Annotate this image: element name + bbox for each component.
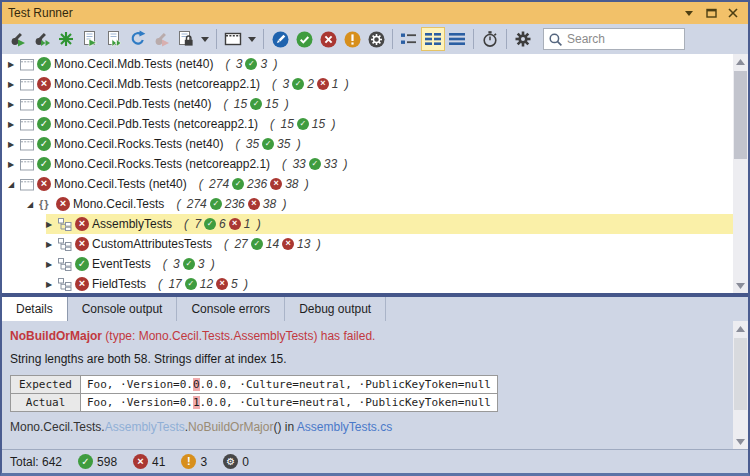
expected-label: Expected <box>11 376 81 394</box>
test-counts: ( 17✓12×5 ) <box>158 277 248 291</box>
search-input[interactable]: Search <box>543 28 685 50</box>
test-tree-row[interactable]: ▶ ✓ Mono.Cecil.Pdb.Tests (netcoreapp2.1)… <box>2 114 733 134</box>
test-tree-row[interactable]: ◢ × Mono.Cecil.Tests (net40) ( 274✓236×3… <box>2 174 733 194</box>
assembly-icon <box>20 78 36 91</box>
test-node-label: AssemblyTests <box>92 217 172 231</box>
run-with-options-icon[interactable] <box>174 27 198 51</box>
test-counts: ( 33✓33 ) <box>282 157 347 171</box>
test-tree-row[interactable]: ▶ ✓ EventTests ( 3✓3 ) <box>2 254 733 274</box>
test-node-label: EventTests <box>92 257 151 271</box>
test-tree-row[interactable]: ▶ × Mono.Cecil.Mdb.Tests (netcoreapp2.1)… <box>2 74 733 94</box>
test-tree-row[interactable]: ▶ ✓ Mono.Cecil.Pdb.Tests (net40) ( 15✓15… <box>2 94 733 114</box>
expander-icon[interactable]: ▶ <box>8 100 20 109</box>
expander-icon[interactable]: ◢ <box>27 200 39 209</box>
test-counts: ( 3✓3 ) <box>225 57 277 71</box>
passed-icon: ✓ <box>78 454 93 469</box>
window-layout-dropdown-icon[interactable] <box>245 27 259 51</box>
stack-trace-line: Mono.Cecil.Tests.AssemblyTests.NoBuildOr… <box>10 420 726 434</box>
repeat-run-icon[interactable] <box>30 27 54 51</box>
tab-details[interactable]: Details <box>2 297 68 321</box>
settings-gear-icon[interactable] <box>511 27 535 51</box>
expander-icon[interactable]: ◢ <box>8 180 20 189</box>
scroll-up-icon[interactable] <box>733 321 748 336</box>
test-tree-row[interactable]: ◢ { } × Mono.Cecil.Tests ( 274✓236×38 ) <box>2 194 733 214</box>
scrollbar-thumb[interactable] <box>734 71 747 159</box>
expected-row: Expected Foo, ·Version=0.0.0.0, ·Culture… <box>11 376 498 394</box>
expander-icon[interactable]: ▶ <box>8 140 20 149</box>
tab-console-errors[interactable]: Console errors <box>177 297 285 321</box>
test-node-label: Mono.Cecil.Pdb.Tests (net40) <box>54 97 211 111</box>
test-counts: ( 15✓15 ) <box>270 117 335 131</box>
expander-icon[interactable]: ▶ <box>46 280 58 289</box>
expander-icon[interactable]: ▶ <box>46 240 58 249</box>
scroll-down-icon[interactable] <box>733 278 748 293</box>
expander-icon[interactable]: ▶ <box>8 120 20 129</box>
show-passed-icon[interactable] <box>292 27 316 51</box>
maximize-icon[interactable] <box>702 5 720 21</box>
flat-list-icon[interactable] <box>445 27 469 51</box>
failed-icon: × <box>133 454 148 469</box>
assembly-icon <box>20 58 36 71</box>
close-icon[interactable] <box>724 5 742 21</box>
mini-passed-icon: ✓ <box>262 138 274 150</box>
expander-icon[interactable]: ▶ <box>8 60 20 69</box>
show-edited-icon[interactable] <box>268 27 292 51</box>
failed-summary: × 41 <box>133 454 165 469</box>
refresh-icon[interactable] <box>126 27 150 51</box>
group-by-fixture-icon[interactable] <box>397 27 421 51</box>
method-link[interactable]: NoBuildOrMajor <box>188 420 273 434</box>
repeat-document-tests-icon[interactable] <box>102 27 126 51</box>
show-warnings-icon[interactable] <box>340 27 364 51</box>
scrollbar-thumb[interactable] <box>734 338 747 410</box>
scroll-up-icon[interactable] <box>733 54 748 69</box>
assembly-icon <box>20 118 36 131</box>
window-title: Test Runner <box>8 6 73 20</box>
tree-scrollbar[interactable] <box>733 54 748 293</box>
run-new-tests-icon[interactable] <box>54 27 78 51</box>
total-count: Total: 642 <box>10 455 62 469</box>
expander-icon[interactable]: ▶ <box>8 160 20 169</box>
assembly-icon <box>20 98 36 111</box>
tab-console-output[interactable]: Console output <box>68 297 178 321</box>
expander-icon[interactable]: ▶ <box>46 260 58 269</box>
test-tree-row[interactable]: ▶ ✓ Mono.Cecil.Rocks.Tests (netcoreapp2.… <box>2 154 733 174</box>
run-options-dropdown-icon[interactable] <box>198 27 212 51</box>
window-layout-icon[interactable] <box>221 27 245 51</box>
scroll-down-icon[interactable] <box>733 434 748 449</box>
passed-icon: ✓ <box>75 257 89 271</box>
actual-label: Actual <box>11 394 81 412</box>
stopwatch-icon[interactable] <box>478 27 502 51</box>
show-failed-icon[interactable] <box>316 27 340 51</box>
passed-icon: ✓ <box>37 137 51 151</box>
run-tests-icon[interactable] <box>6 27 30 51</box>
test-counts: ( 7✓6×1 ) <box>184 217 261 231</box>
mini-passed-icon: ✓ <box>210 198 222 210</box>
mini-failed-icon: × <box>270 178 282 190</box>
mini-passed-icon: ✓ <box>250 98 262 110</box>
group-by-namespace-icon[interactable] <box>421 27 445 51</box>
details-scrollbar[interactable] <box>733 321 748 449</box>
mini-passed-icon: ✓ <box>232 178 244 190</box>
test-tree-row[interactable]: ▶ ✓ Mono.Cecil.Rocks.Tests (net40) ( 35✓… <box>2 134 733 154</box>
tab-debug-output[interactable]: Debug output <box>285 297 386 321</box>
source-file-link[interactable]: AssemblyTests.cs <box>297 420 392 434</box>
test-tree-row[interactable]: ▶ × FieldTests ( 17✓12×5 ) <box>2 274 733 293</box>
assembly-icon <box>20 178 36 191</box>
test-tree-row[interactable]: ▶ × AssemblyTests ( 7✓6×1 ) <box>2 214 733 234</box>
test-tree-row[interactable]: ▶ × CustomAttributesTests ( 27✓14×13 ) <box>2 234 733 254</box>
class-link[interactable]: AssemblyTests <box>105 420 185 434</box>
show-skipped-icon[interactable] <box>364 27 388 51</box>
window-position-icon[interactable] <box>680 5 698 21</box>
debug-tests-disabled-icon[interactable] <box>150 27 174 51</box>
test-counts: ( 274✓236×38 ) <box>199 177 309 191</box>
mini-passed-icon: ✓ <box>251 238 263 250</box>
search-icon <box>548 32 563 47</box>
expander-icon[interactable]: ▶ <box>46 220 58 229</box>
passed-count: 598 <box>97 455 117 469</box>
assembly-icon <box>20 138 36 151</box>
test-tree-row[interactable]: ▶ ✓ Mono.Cecil.Mdb.Tests (net40) ( 3✓3 ) <box>2 54 733 74</box>
passed-summary: ✓ 598 <box>78 454 117 469</box>
test-counts: ( 3✓3 ) <box>163 257 215 271</box>
run-document-tests-icon[interactable] <box>78 27 102 51</box>
expander-icon[interactable]: ▶ <box>8 80 20 89</box>
